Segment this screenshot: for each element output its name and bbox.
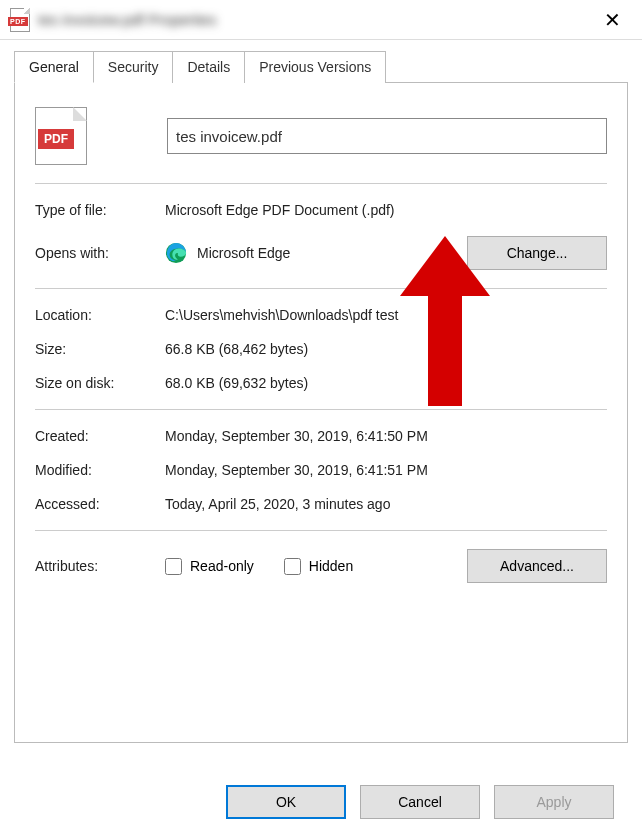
readonly-checkbox-input[interactable] (165, 558, 182, 575)
value-opens-with: Microsoft Edge (197, 245, 290, 261)
filename-input[interactable] (167, 118, 607, 154)
tab-bar: General Security Details Previous Versio… (14, 50, 628, 83)
label-attributes: Attributes: (35, 558, 165, 574)
dialog-buttons: OK Cancel Apply (226, 785, 614, 819)
readonly-label: Read-only (190, 558, 254, 574)
value-modified: Monday, September 30, 2019, 6:41:51 PM (165, 462, 607, 478)
window-title: tes invoicew.pdf Properties (38, 11, 216, 28)
label-location: Location: (35, 307, 165, 323)
titlebar: PDF tes invoicew.pdf Properties ✕ (0, 0, 642, 40)
label-accessed: Accessed: (35, 496, 165, 512)
value-created: Monday, September 30, 2019, 6:41:50 PM (165, 428, 607, 444)
hidden-checkbox[interactable]: Hidden (284, 558, 353, 575)
tab-general[interactable]: General (14, 51, 94, 83)
tab-details[interactable]: Details (172, 51, 245, 83)
change-button[interactable]: Change... (467, 236, 607, 270)
label-size: Size: (35, 341, 165, 357)
value-accessed: Today, April 25, 2020, 3 minutes ago (165, 496, 607, 512)
label-created: Created: (35, 428, 165, 444)
ok-button[interactable]: OK (226, 785, 346, 819)
hidden-label: Hidden (309, 558, 353, 574)
label-size-on-disk: Size on disk: (35, 375, 165, 391)
tab-security[interactable]: Security (93, 51, 174, 83)
apply-button[interactable]: Apply (494, 785, 614, 819)
value-location: C:\Users\mehvish\Downloads\pdf test (165, 307, 607, 323)
pdf-file-icon: PDF (10, 8, 30, 32)
cancel-button[interactable]: Cancel (360, 785, 480, 819)
close-button[interactable]: ✕ (592, 5, 632, 35)
general-panel: PDF Type of file: Microsoft Edge PDF Doc… (14, 83, 628, 743)
advanced-button[interactable]: Advanced... (467, 549, 607, 583)
label-opens-with: Opens with: (35, 245, 165, 261)
label-modified: Modified: (35, 462, 165, 478)
pdf-large-icon: PDF (35, 107, 87, 165)
edge-icon (165, 242, 187, 264)
value-size: 66.8 KB (68,462 bytes) (165, 341, 607, 357)
value-size-on-disk: 68.0 KB (69,632 bytes) (165, 375, 607, 391)
tab-previous-versions[interactable]: Previous Versions (244, 51, 386, 83)
value-type: Microsoft Edge PDF Document (.pdf) (165, 202, 607, 218)
label-type: Type of file: (35, 202, 165, 218)
hidden-checkbox-input[interactable] (284, 558, 301, 575)
readonly-checkbox[interactable]: Read-only (165, 558, 254, 575)
